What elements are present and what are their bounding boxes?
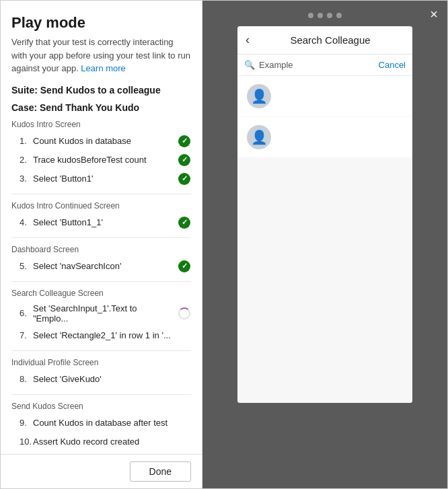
check-icon	[178, 173, 190, 185]
search-input-display[interactable]: Example	[259, 60, 379, 70]
phone-dots	[308, 13, 342, 18]
step-row: 7. Select 'Rectangle2_1' in row 1 in '..…	[11, 326, 191, 345]
step-text: Select 'Rectangle2_1' in row 1 in '...	[33, 330, 174, 340]
step-row: 2. Trace kudosBeforeTest count	[11, 151, 191, 170]
step-status-icon	[178, 216, 191, 229]
step-status-icon	[178, 416, 191, 430]
screen-label-individual-profile: Individual Profile Screen	[11, 358, 191, 367]
step-row: 9. Count Kudos in database after test	[11, 414, 191, 432]
screen-label-dashboard: Dashboard Screen	[11, 245, 191, 254]
step-status-icon	[178, 172, 191, 186]
step-number: 1.	[20, 136, 33, 146]
back-arrow-icon[interactable]: ‹	[246, 33, 250, 47]
screen-label-kudos-intro: Kudos Intro Screen	[11, 120, 191, 129]
step-row: 4. Select 'Button1_1'	[11, 213, 191, 232]
divider	[11, 194, 191, 194]
suite-title: Suite: Send Kudos to a colleague	[11, 85, 191, 96]
play-mode-title: Play mode	[11, 14, 191, 32]
done-button[interactable]: Done	[130, 461, 191, 482]
phone-header: ‹ Search Colleague	[237, 26, 412, 54]
left-panel: Play mode Verify that your test is corre…	[1, 1, 202, 488]
step-number: 5.	[20, 261, 33, 271]
step-text: Trace kudosBeforeTest count	[33, 155, 174, 165]
step-row: 10. Assert Kudo record created	[11, 432, 191, 451]
step-status-icon	[178, 260, 191, 273]
left-panel-footer: Done	[1, 454, 202, 488]
learn-more-link[interactable]: Learn more	[81, 63, 125, 73]
step-number: 4.	[20, 217, 33, 227]
step-number: 7.	[20, 330, 33, 340]
check-icon	[178, 154, 190, 166]
check-icon	[178, 135, 190, 147]
step-text: Assert Kudo record created	[33, 437, 174, 447]
step-text: Count Kudos in database after test	[33, 418, 174, 428]
divider	[11, 237, 191, 238]
phone-list: 👤 👤	[237, 76, 412, 403]
check-icon	[178, 217, 190, 229]
step-number: 8.	[20, 374, 33, 384]
list-item[interactable]: 👤	[237, 117, 412, 157]
spinner-icon	[178, 307, 190, 319]
step-row: 8. Select 'GiveKudo'	[11, 370, 191, 389]
phone-screen-title: Search Colleague	[256, 34, 404, 46]
play-mode-description: Verify that your test is correctly inter…	[11, 36, 191, 75]
screen-label-search-colleague: Search Colleague Screen	[11, 289, 191, 298]
step-number: 3.	[20, 174, 33, 184]
divider	[11, 394, 191, 395]
phone-dot	[327, 13, 332, 18]
divider	[11, 350, 191, 351]
step-text: Select 'GiveKudo'	[33, 374, 174, 384]
phone-dot	[308, 13, 313, 18]
avatar: 👤	[247, 125, 271, 149]
step-row: 5. Select 'navSearchIcon'	[11, 257, 191, 276]
phone-screen: ‹ Search Colleague 🔍 Example Cancel 👤 👤	[237, 26, 412, 403]
step-row: 3. Select 'Button1'	[11, 170, 191, 188]
step-number: 6.	[20, 308, 33, 318]
case-title: Case: Send Thank You Kudo	[11, 102, 191, 113]
check-icon	[178, 260, 190, 272]
close-button[interactable]: ×	[430, 7, 438, 21]
step-text: Set 'SearchInput_1'.Text to "Emplo...	[33, 303, 174, 324]
search-bar: 🔍 Example Cancel	[237, 54, 412, 76]
search-icon: 🔍	[244, 60, 255, 70]
cancel-link[interactable]: Cancel	[379, 60, 406, 70]
step-status-icon	[178, 373, 191, 386]
step-status-spinner-icon	[178, 307, 191, 320]
screen-label-kudos-intro-continued: Kudos Intro Continued Screen	[11, 201, 191, 211]
step-text: Select 'navSearchIcon'	[33, 261, 174, 271]
phone-dot	[336, 13, 342, 18]
user-icon: 👤	[251, 130, 268, 144]
step-number: 9.	[20, 418, 33, 428]
modal-container: Play mode Verify that your test is corre…	[0, 0, 448, 489]
step-status-icon	[178, 135, 191, 148]
divider	[11, 281, 191, 282]
step-status-icon	[178, 153, 191, 167]
list-item[interactable]: 👤	[237, 76, 412, 116]
step-row: 6. Set 'SearchInput_1'.Text to "Emplo...	[11, 301, 191, 326]
step-text: Count Kudos in database	[33, 136, 174, 146]
step-text: Select 'Button1'	[33, 174, 174, 184]
avatar: 👤	[247, 84, 271, 108]
screen-label-send-kudos: Send Kudos Screen	[11, 402, 191, 411]
step-number: 10.	[20, 437, 33, 447]
step-status-icon	[178, 329, 191, 342]
step-number: 2.	[20, 155, 33, 165]
step-text: Select 'Button1_1'	[33, 217, 174, 227]
step-status-icon	[178, 435, 191, 449]
step-row: 1. Count Kudos in database	[11, 132, 191, 151]
left-panel-scroll: Play mode Verify that your test is corre…	[1, 1, 202, 454]
user-icon: 👤	[251, 89, 268, 103]
right-panel: × ‹ Search Colleague 🔍 Example Cancel 👤	[202, 1, 447, 488]
phone-dot	[318, 13, 323, 18]
